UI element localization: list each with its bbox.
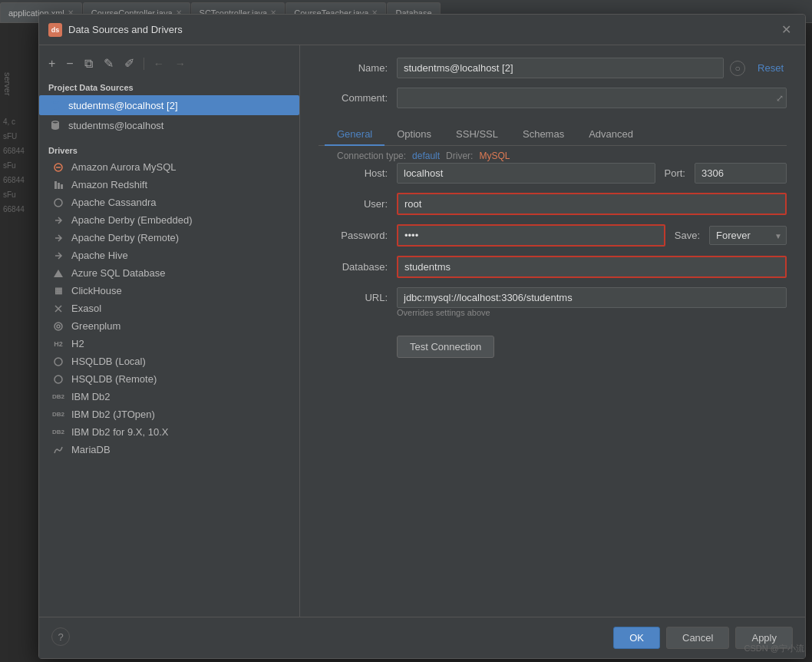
svg-point-7 — [57, 325, 60, 328]
sidebar-scroll: Project Data Sources studentms@localhost… — [39, 78, 299, 598]
name-input-wrapper: ○ — [397, 58, 745, 78]
driver-icon-13: DB2 — [51, 393, 65, 400]
driver-apache-derby-embedded[interactable]: Apache Derby (Embedded) — [42, 211, 296, 229]
host-label: Host: — [319, 167, 388, 179]
url-row: URL: Overrides settings above — [319, 287, 787, 317]
remove-button[interactable]: − — [63, 55, 76, 72]
driver-ibm-db2-jtopen[interactable]: DB2 IBM Db2 (JTOpen) — [42, 405, 296, 423]
edit-button[interactable]: ✐ — [121, 55, 137, 72]
driver-icon-5 — [51, 250, 65, 261]
cancel-button[interactable]: Cancel — [666, 627, 729, 649]
connection-type-value[interactable]: default — [412, 151, 440, 161]
save-label: Save: — [675, 230, 700, 241]
datasource-icon-2 — [48, 119, 62, 131]
sidebar: + − ⧉ ✎ ✐ ← → Project Data Sources — [39, 45, 300, 617]
tab-advanced[interactable]: Advanced — [576, 124, 645, 146]
right-panel: Name: ○ Reset Comment: ⤢ — [300, 45, 805, 617]
user-label: User: — [319, 198, 388, 210]
password-input[interactable] — [397, 224, 665, 247]
tab-options[interactable]: Options — [385, 124, 444, 146]
save-select-wrapper: Forever Until restart Never ▼ — [709, 226, 787, 245]
comment-expand-icon[interactable]: ⤢ — [776, 93, 784, 104]
sidebar-item-studentms[interactable]: studentms@localhost — [39, 115, 299, 135]
driver-icon-1 — [51, 180, 65, 190]
user-input[interactable] — [397, 193, 787, 215]
tab-general[interactable]: General — [325, 124, 385, 146]
driver-ibm-db2[interactable]: DB2 IBM Db2 — [42, 388, 296, 405]
driver-label-10: H2 — [71, 338, 84, 349]
data-sources-dialog: ds Data Sources and Drivers ✕ + − ⧉ ✎ ✐ … — [38, 14, 806, 659]
project-data-sources-header: Project Data Sources — [39, 78, 299, 95]
driver-amazon-aurora[interactable]: Amazon Aurora MySQL — [42, 158, 296, 176]
driver-azure-sql[interactable]: Azure SQL Database — [42, 264, 296, 282]
ok-button[interactable]: OK — [613, 627, 660, 649]
driver-hsqldb-remote[interactable]: HSQLDB (Remote) — [42, 370, 296, 388]
test-connection-button[interactable]: Test Connection — [397, 336, 494, 358]
driver-icon-6 — [51, 268, 65, 279]
driver-greenplum[interactable]: Greenplum — [42, 317, 296, 335]
driver-apache-derby-remote[interactable]: Apache Derby (Remote) — [42, 229, 296, 247]
url-input[interactable] — [397, 287, 787, 308]
datasource-icon-1 — [48, 99, 62, 111]
driver-label: Driver: — [446, 151, 473, 161]
dialog-body: + − ⧉ ✎ ✐ ← → Project Data Sources — [39, 45, 805, 617]
back-button[interactable]: ← — [150, 56, 167, 71]
name-circle-button[interactable]: ○ — [730, 61, 745, 76]
url-note: Overrides settings above — [397, 308, 787, 317]
svg-rect-1 — [54, 181, 57, 189]
driver-apache-cassandra[interactable]: Apache Cassandra — [42, 194, 296, 211]
driver-apache-hive[interactable]: Apache Hive — [42, 247, 296, 264]
driver-value[interactable]: MySQL — [479, 151, 510, 161]
help-area: ? — [39, 598, 299, 611]
driver-ibm-db2-9x[interactable]: DB2 IBM Db2 for 9.X, 10.X — [42, 423, 296, 441]
dialog-titlebar: ds Data Sources and Drivers ✕ — [39, 15, 805, 45]
driver-exasol[interactable]: Exasol — [42, 300, 296, 317]
driver-label-1: Amazon Redshift — [71, 179, 147, 190]
driver-icon-8 — [51, 303, 65, 314]
comment-input-wrapper: ⤢ — [397, 88, 787, 108]
dialog-close-button[interactable]: ✕ — [777, 21, 796, 38]
save-select[interactable]: Forever Until restart Never — [709, 226, 787, 245]
host-row: Host: Port: — [319, 163, 787, 184]
driver-label-14: IBM Db2 (JTOpen) — [71, 409, 155, 420]
comment-input[interactable] — [397, 88, 787, 108]
database-input[interactable] — [397, 256, 787, 278]
driver-icon-16 — [51, 445, 65, 455]
driver-label-7: ClickHouse — [71, 285, 122, 296]
drivers-list: Amazon Aurora MySQL Amazon Redshift — [39, 158, 299, 458]
add-button[interactable]: + — [45, 55, 58, 72]
url-label: URL: — [319, 287, 388, 303]
svg-rect-3 — [61, 184, 63, 189]
drivers-header: Drivers — [39, 141, 299, 158]
driver-h2[interactable]: H2 H2 — [42, 335, 296, 353]
copy-button[interactable]: ⧉ — [81, 55, 96, 72]
form-tab-nav: General Options SSH/SSL Schemas Advanced — [319, 118, 787, 146]
form-area: Name: ○ Reset Comment: ⤢ — [300, 45, 805, 617]
name-label: Name: — [319, 62, 388, 74]
reset-button[interactable]: Reset — [754, 61, 787, 75]
driver-hsqldb-local[interactable]: HSQLDB (Local) — [42, 353, 296, 370]
driver-icon-7: ▦ — [51, 286, 65, 296]
tab-ssh-ssl[interactable]: SSH/SSL — [444, 124, 510, 146]
host-input[interactable] — [397, 163, 655, 184]
port-input[interactable] — [695, 163, 787, 184]
driver-label-12: HSQLDB (Remote) — [71, 373, 157, 385]
settings-button[interactable]: ✎ — [101, 55, 117, 72]
tab-schemas[interactable]: Schemas — [510, 124, 576, 146]
password-row: Password: Save: Forever Until restart Ne… — [319, 224, 787, 247]
driver-mariadb[interactable]: MariaDB — [42, 441, 296, 458]
forward-button[interactable]: → — [172, 56, 189, 71]
sidebar-item-studentms-2[interactable]: studentms@localhost [2] — [39, 95, 299, 115]
connection-type-label: Connection type: — [337, 151, 406, 161]
user-row: User: — [319, 193, 787, 215]
driver-label-8: Exasol — [71, 303, 101, 314]
driver-icon-11 — [51, 356, 65, 367]
port-label: Port: — [665, 167, 685, 179]
driver-amazon-redshift[interactable]: Amazon Redshift — [42, 176, 296, 194]
svg-point-6 — [54, 323, 62, 330]
svg-point-4 — [54, 199, 62, 207]
database-row: Database: — [319, 256, 787, 278]
driver-clickhouse[interactable]: ▦ ClickHouse — [42, 282, 296, 300]
name-input[interactable] — [397, 58, 724, 78]
driver-icon-2 — [51, 197, 65, 208]
